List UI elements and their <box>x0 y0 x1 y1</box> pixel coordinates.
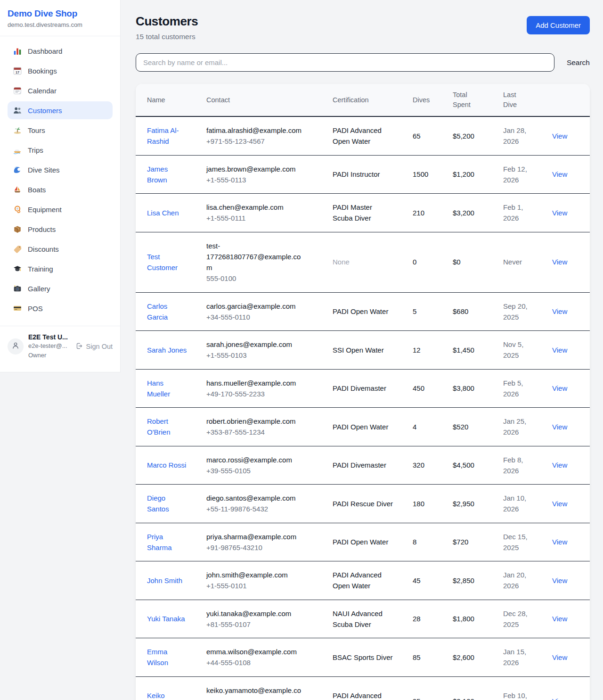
customer-dives: 85 <box>413 653 421 661</box>
search-button[interactable]: Search <box>567 58 590 67</box>
customer-certification: PADI Advanced Open Water <box>333 690 394 700</box>
table-row: James Brown james.brown@example.com +1-5… <box>136 155 590 194</box>
customer-phone: +81-555-0107 <box>206 619 329 630</box>
page-header: Customers 15 total customers Add Custome… <box>136 14 590 41</box>
view-link[interactable]: View <box>552 653 567 661</box>
customer-name-link[interactable]: Marco Rossi <box>147 460 186 470</box>
view-link[interactable]: View <box>552 615 567 623</box>
customer-name-link[interactable]: Carlos Garcia <box>147 301 188 323</box>
customer-certification: PADI Rescue Diver <box>333 498 393 509</box>
speedboat-icon <box>13 146 22 154</box>
customer-phone: +1-555-0111 <box>206 213 329 223</box>
sidebar-item-label: Customers <box>28 107 62 115</box>
view-link[interactable]: View <box>552 500 567 508</box>
customer-certification: PADI Open Water <box>333 536 388 547</box>
sidebar: Demo Dive Shop demo.test.divestreams.com… <box>0 0 121 372</box>
customer-certification: PADI Advanced Open Water <box>333 569 394 592</box>
shop-domain: demo.test.divestreams.com <box>8 21 113 28</box>
customer-name-link[interactable]: Priya Sharma <box>147 531 188 553</box>
view-link[interactable]: View <box>552 461 567 469</box>
view-link[interactable]: View <box>552 697 567 700</box>
sidebar-nav: Dashboard 17 Bookings Calendar Customers… <box>0 36 120 326</box>
search-input[interactable] <box>136 53 554 72</box>
customer-phone: +44-555-0108 <box>206 657 329 668</box>
customer-name-link[interactable]: Fatima Al-Rashid <box>147 125 188 147</box>
customer-name-link[interactable]: Sarah Jones <box>147 345 187 355</box>
sidebar-item-label: Calendar <box>28 87 57 95</box>
sidebar-item-tours[interactable]: Tours <box>8 121 113 139</box>
view-link[interactable]: View <box>552 346 567 354</box>
sidebar-item-equipment[interactable]: Equipment <box>8 200 113 218</box>
customer-name-link[interactable]: Robert O'Brien <box>147 416 188 438</box>
customer-total-spent: $680 <box>453 307 468 315</box>
sidebar-item-trips[interactable]: Trips <box>8 141 113 159</box>
sidebar-item-gallery[interactable]: Gallery <box>8 280 113 297</box>
sign-out-button[interactable]: Sign Out <box>75 342 113 351</box>
sidebar-item-label: Equipment <box>28 206 62 214</box>
sidebar-item-bookings[interactable]: 17 Bookings <box>8 62 113 80</box>
customer-last-dive: Dec 15, 2025 <box>503 531 537 553</box>
view-link[interactable]: View <box>552 538 567 546</box>
view-link[interactable]: View <box>552 384 567 392</box>
customer-email: marco.rossi@example.com <box>206 454 306 465</box>
calendar-pad-icon <box>13 86 22 95</box>
customer-certification: PADI Instructor <box>333 169 380 180</box>
customer-certification: PADI Divemaster <box>333 383 386 394</box>
view-link[interactable]: View <box>552 423 567 431</box>
customer-name-link[interactable]: Yuki Tanaka <box>147 613 185 624</box>
customer-dives: 28 <box>413 615 421 623</box>
customer-name-link[interactable]: Keiko Yamamoto <box>147 690 188 700</box>
table-row: Keiko Yamamoto keiko.yamamoto@example.co… <box>136 676 590 700</box>
column-header-last-dive: Last Dive <box>503 84 552 116</box>
sidebar-item-products[interactable]: Products <box>8 220 113 238</box>
add-customer-button[interactable]: Add Customer <box>527 16 590 34</box>
customer-last-dive: Jan 25, 2026 <box>503 416 537 438</box>
view-link[interactable]: View <box>552 209 567 217</box>
customers-table: Name Contact Certification Dives Total S… <box>136 84 590 700</box>
sidebar-header: Demo Dive Shop demo.test.divestreams.com <box>0 0 120 36</box>
tag-icon <box>13 245 22 253</box>
sidebar-item-boats[interactable]: Boats <box>8 181 113 198</box>
customer-name-link[interactable]: James Brown <box>147 164 188 186</box>
customer-last-dive: Sep 20, 2025 <box>503 301 537 323</box>
customer-phone: +49-170-555-2233 <box>206 388 329 399</box>
view-link[interactable]: View <box>552 307 567 315</box>
view-link[interactable]: View <box>552 170 567 178</box>
customer-last-dive: Never <box>503 256 522 267</box>
view-link[interactable]: View <box>552 132 567 140</box>
sidebar-item-customers[interactable]: Customers <box>8 101 113 119</box>
customer-name-link[interactable]: Lisa Chen <box>147 207 179 218</box>
table-row: Emma Wilson emma.wilson@example.com +44-… <box>136 638 590 677</box>
customer-name-link[interactable]: Test Customer <box>147 251 188 273</box>
sidebar-item-label: Tours <box>28 126 45 134</box>
customer-name-link[interactable]: Hans Mueller <box>147 378 188 400</box>
sidebar-item-dashboard[interactable]: Dashboard <box>8 42 113 60</box>
customer-phone: +353-87-555-1234 <box>206 427 329 437</box>
customer-name-link[interactable]: John Smith <box>147 575 182 586</box>
sidebar-item-label: Gallery <box>28 285 50 293</box>
customer-email: diego.santos@example.com <box>206 493 306 503</box>
sidebar-item-label: POS <box>28 305 43 313</box>
customer-name-link[interactable]: Emma Wilson <box>147 646 188 668</box>
sidebar-item-pos[interactable]: POS <box>8 299 113 317</box>
column-header-actions <box>552 84 590 116</box>
view-link[interactable]: View <box>552 258 567 266</box>
sidebar-item-label: Bookings <box>28 67 57 75</box>
sidebar-item-discounts[interactable]: Discounts <box>8 240 113 258</box>
search-bar: Search <box>136 53 590 72</box>
customer-total-spent: $3,800 <box>453 384 474 392</box>
customer-name-link[interactable]: Diego Santos <box>147 493 188 515</box>
sidebar-item-training[interactable]: Training <box>8 260 113 278</box>
sidebar-item-calendar[interactable]: Calendar <box>8 82 113 99</box>
customer-email: hans.mueller@example.com <box>206 378 306 388</box>
customer-dives: 180 <box>413 500 424 508</box>
user-panel: E2E Test U... e2e-tester@... Owner Sign … <box>0 326 120 372</box>
view-link[interactable]: View <box>552 576 567 585</box>
customer-dives: 4 <box>413 423 416 431</box>
table-row: Diego Santos diego.santos@example.com +5… <box>136 485 590 523</box>
sidebar-item-dive-sites[interactable]: Dive Sites <box>8 161 113 179</box>
sidebar-item-label: Dashboard <box>28 47 62 55</box>
customer-last-dive: Jan 15, 2026 <box>503 646 537 668</box>
customer-certification: BSAC Sports Diver <box>333 652 393 663</box>
customer-dives: 45 <box>413 576 421 585</box>
